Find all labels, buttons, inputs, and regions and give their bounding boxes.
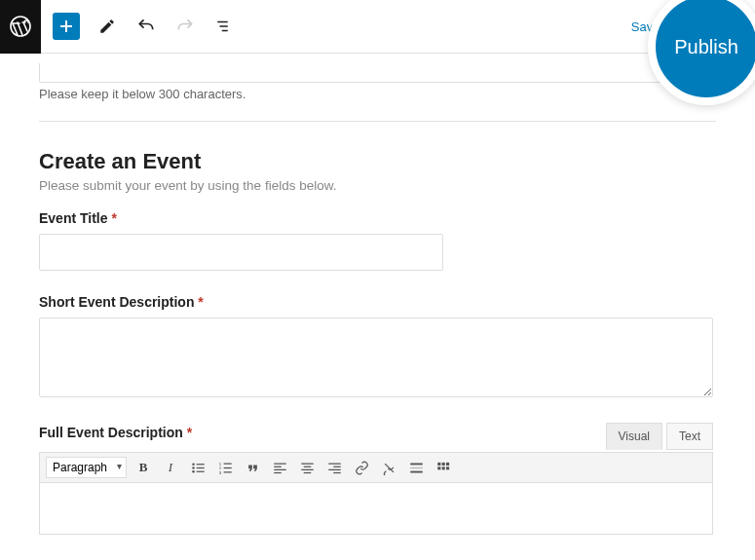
svg-rect-29 <box>437 462 440 465</box>
editor-toolbar: Paragraph B I 123 <box>40 453 712 483</box>
italic-button[interactable]: I <box>160 457 181 478</box>
block-tools <box>41 13 236 40</box>
svg-rect-31 <box>446 462 449 465</box>
svg-rect-20 <box>301 468 314 469</box>
edit-icon[interactable] <box>95 15 119 38</box>
section-divider <box>39 121 716 122</box>
editor-body[interactable] <box>40 483 712 534</box>
short-desc-label-text: Short Event Description <box>39 294 194 310</box>
svg-rect-19 <box>303 466 311 467</box>
align-right-button[interactable] <box>323 457 345 478</box>
svg-rect-32 <box>437 467 440 469</box>
bold-button[interactable]: B <box>132 457 154 478</box>
redo-icon[interactable] <box>173 15 197 38</box>
editor-tabs: Visual Text <box>606 423 713 450</box>
section-title: Create an Event <box>39 149 716 174</box>
svg-point-4 <box>192 470 195 473</box>
svg-rect-25 <box>333 471 341 472</box>
editor-content: Please keep it below 300 characters. Cre… <box>0 54 755 535</box>
svg-rect-26 <box>410 463 423 465</box>
add-block-button[interactable] <box>53 13 80 40</box>
tab-text[interactable]: Text <box>666 423 713 450</box>
svg-rect-27 <box>410 467 423 467</box>
numbered-list-button[interactable]: 123 <box>214 457 236 478</box>
unlink-button[interactable] <box>378 457 399 478</box>
svg-rect-22 <box>328 463 341 464</box>
short-desc-textarea[interactable] <box>39 317 713 397</box>
svg-rect-28 <box>410 470 423 472</box>
svg-rect-15 <box>274 466 282 467</box>
svg-rect-5 <box>196 464 204 465</box>
undo-icon[interactable] <box>134 15 158 38</box>
svg-rect-23 <box>333 466 341 467</box>
previous-field-fragment[interactable] <box>39 63 716 83</box>
align-center-button[interactable] <box>296 457 318 478</box>
align-left-button[interactable] <box>269 457 290 478</box>
insert-more-button[interactable] <box>405 457 427 478</box>
svg-rect-24 <box>328 468 341 469</box>
svg-rect-12 <box>223 467 231 467</box>
editor-topbar: Save draft <box>0 0 755 54</box>
svg-text:3: 3 <box>218 469 221 474</box>
rich-editor: Paragraph B I 123 <box>39 452 713 535</box>
char-limit-help: Please keep it below 300 characters. <box>39 87 716 101</box>
svg-rect-18 <box>301 463 314 464</box>
event-title-label-text: Event Title <box>39 210 108 226</box>
toolbar-toggle-button[interactable] <box>433 457 454 478</box>
blockquote-button[interactable] <box>242 457 263 478</box>
short-desc-label: Short Event Description * <box>39 294 716 310</box>
format-select[interactable]: Paragraph <box>46 457 127 478</box>
publish-label: Publish <box>674 36 738 58</box>
svg-rect-14 <box>274 463 286 464</box>
required-mark: * <box>198 294 203 310</box>
section-subtitle: Please submit your event by using the fi… <box>39 178 716 193</box>
svg-point-2 <box>192 463 195 466</box>
svg-rect-7 <box>196 470 204 471</box>
svg-rect-16 <box>274 468 286 469</box>
svg-rect-6 <box>196 467 204 467</box>
svg-rect-13 <box>223 471 231 472</box>
required-mark: * <box>187 425 192 440</box>
link-button[interactable] <box>351 457 372 478</box>
event-title-label: Event Title * <box>39 210 716 226</box>
svg-rect-30 <box>441 462 444 465</box>
event-title-input[interactable] <box>39 234 443 271</box>
svg-rect-21 <box>303 471 311 472</box>
tab-visual[interactable]: Visual <box>606 423 662 450</box>
wordpress-logo[interactable] <box>0 0 41 54</box>
svg-rect-33 <box>441 467 444 469</box>
outline-icon[interactable] <box>212 15 236 38</box>
format-select-wrap[interactable]: Paragraph <box>46 457 127 478</box>
svg-rect-17 <box>274 471 282 472</box>
bulleted-list-button[interactable] <box>187 457 208 478</box>
full-desc-editor-wrap: Visual Text Paragraph B I 123 <box>39 452 713 535</box>
svg-rect-34 <box>446 467 449 469</box>
required-mark: * <box>111 210 116 226</box>
svg-rect-11 <box>223 463 231 464</box>
full-desc-label-text: Full Event Description <box>39 425 183 440</box>
svg-point-3 <box>192 467 195 469</box>
